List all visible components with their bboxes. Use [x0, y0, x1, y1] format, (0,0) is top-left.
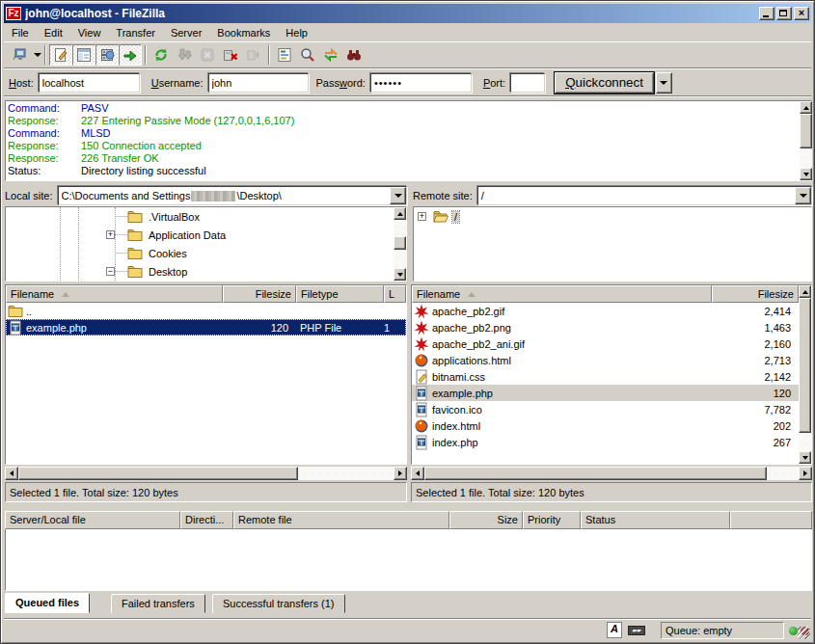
folder-icon	[127, 246, 143, 261]
synchronized-browsing-button[interactable]	[319, 44, 342, 66]
column-header-priority[interactable]: Priority	[523, 511, 581, 529]
remote-tree-icon	[99, 47, 115, 63]
transfer-type-ascii-icon[interactable]: A	[607, 622, 622, 638]
column-header-direction[interactable]: Directi...	[180, 511, 233, 529]
scroll-up-button[interactable]	[799, 285, 811, 298]
scrollbar-thumb[interactable]	[800, 114, 812, 148]
toggle-local-tree-button[interactable]	[72, 44, 95, 66]
close-button[interactable]: ×	[794, 7, 809, 20]
scrollbar-thumb[interactable]	[424, 467, 767, 480]
local-site-combobox[interactable]: C:\Documents and Settings\Desktop\	[58, 186, 407, 205]
column-header-status[interactable]: Status	[581, 511, 730, 529]
password-input[interactable]	[370, 73, 472, 93]
toggle-remote-tree-button[interactable]	[95, 44, 119, 66]
scroll-right-button[interactable]	[394, 467, 407, 480]
menu-edit[interactable]: Edit	[37, 25, 70, 40]
minimize-button[interactable]	[759, 7, 774, 20]
log-scrollbar[interactable]	[800, 101, 812, 180]
remote-site-combobox[interactable]: /	[477, 186, 812, 205]
scroll-right-button[interactable]	[799, 467, 812, 480]
file-row[interactable]: favicon.ico 7,782	[412, 401, 799, 417]
reconnect-button[interactable]	[242, 44, 265, 66]
menu-help[interactable]: Help	[278, 25, 315, 40]
column-header-remote-file[interactable]: Remote file	[233, 511, 449, 529]
file-row[interactable]: apache_pb2.png 1,463	[412, 319, 799, 335]
column-header-last-modified[interactable]: L	[384, 285, 406, 303]
collapse-icon[interactable]: −	[106, 267, 115, 276]
port-input[interactable]	[510, 73, 545, 93]
menu-server[interactable]: Server	[163, 25, 209, 40]
scroll-down-button[interactable]	[394, 268, 406, 281]
scroll-up-button[interactable]	[394, 207, 406, 220]
expand-icon[interactable]: +	[106, 230, 115, 239]
local-list-hscrollbar[interactable]	[5, 467, 407, 480]
scroll-left-button[interactable]	[411, 467, 424, 480]
file-row-example-php-selected[interactable]: example.php 120	[412, 385, 799, 401]
maximize-button[interactable]	[776, 7, 792, 20]
window-title: john@localhost - FileZilla	[25, 7, 757, 20]
local-file-list: Filename Filesize Filetype L .. example.…	[5, 284, 407, 465]
tree-item-application-data[interactable]: + Application Data	[6, 226, 406, 244]
tab-failed-transfers[interactable]: Failed transfers	[111, 594, 205, 613]
local-tree-scrollbar[interactable]	[394, 207, 406, 281]
tree-item-desktop[interactable]: − Desktop	[6, 262, 406, 281]
column-header-filetype[interactable]: Filetype	[296, 285, 384, 303]
column-header-filename[interactable]: Filename	[6, 285, 223, 303]
process-queue-button[interactable]	[173, 44, 196, 66]
scrollbar-thumb[interactable]	[799, 298, 811, 433]
folder-icon	[127, 228, 143, 243]
expand-icon[interactable]: +	[418, 212, 426, 221]
toggle-queue-button[interactable]	[119, 44, 142, 66]
file-row-example-php-selected[interactable]: example.php 120 PHP File 1	[6, 319, 406, 335]
tree-item-virtualbox[interactable]: .VirtualBox	[6, 207, 406, 226]
file-row[interactable]: bitnami.css 2,142	[412, 368, 799, 385]
file-row[interactable]: applications.html 2,713	[412, 352, 799, 368]
scrollbar-thumb[interactable]	[394, 236, 406, 250]
column-header-size[interactable]: Size	[449, 511, 523, 529]
host-input[interactable]	[39, 73, 140, 93]
quickconnect-button[interactable]: Quickconnect	[555, 72, 654, 94]
scrollbar-thumb[interactable]	[18, 467, 298, 480]
menu-bookmarks[interactable]: Bookmarks	[209, 25, 278, 40]
tab-successful-transfers[interactable]: Successful transfers (1)	[212, 594, 345, 613]
file-row[interactable]: index.html 202	[412, 417, 799, 434]
find-files-button[interactable]	[342, 44, 366, 66]
column-header-filename[interactable]: Filename	[412, 285, 712, 303]
file-row-parent-dir[interactable]: ..	[6, 303, 406, 319]
menu-view[interactable]: View	[70, 25, 109, 40]
quickconnect-dropdown-button[interactable]	[656, 72, 672, 94]
toggle-message-log-button[interactable]	[49, 44, 72, 66]
file-row[interactable]: index.php 267	[412, 434, 799, 450]
file-row[interactable]: apache_pb2_ani.gif 2,160	[412, 335, 799, 352]
column-header-filesize[interactable]: Filesize	[223, 285, 296, 303]
tree-item-root[interactable]: + /	[414, 207, 811, 226]
scroll-down-button[interactable]	[800, 168, 812, 180]
column-header-filesize[interactable]: Filesize	[712, 285, 799, 303]
remote-site-dropdown[interactable]	[795, 187, 811, 204]
file-row[interactable]: apache_pb2.gif 2,414	[412, 303, 799, 319]
scroll-down-button[interactable]	[799, 451, 811, 464]
remote-list-scrollbar[interactable]	[799, 285, 811, 464]
menu-transfer[interactable]: Transfer	[108, 25, 163, 40]
tab-queued-files[interactable]: Queued files	[5, 593, 90, 613]
username-input[interactable]	[208, 73, 309, 93]
remote-list-hscrollbar[interactable]	[411, 467, 812, 480]
scroll-up-button[interactable]	[800, 101, 812, 114]
column-header-server-local-file[interactable]: Server/Local file	[5, 511, 180, 529]
directory-filters-button[interactable]	[273, 44, 296, 66]
speed-limit-icon[interactable]: ▰▰	[628, 626, 645, 635]
scroll-left-button[interactable]	[5, 467, 18, 480]
site-manager-dropdown-icon[interactable]	[34, 53, 41, 57]
cancel-operation-button[interactable]	[196, 44, 219, 66]
queue-list[interactable]	[5, 529, 812, 591]
tree-item-cookies[interactable]: Cookies	[6, 244, 406, 262]
site-manager-button[interactable]	[8, 44, 31, 66]
disconnect-button[interactable]	[219, 44, 242, 66]
remote-root-label[interactable]: /	[452, 211, 459, 223]
queue-icon	[122, 47, 138, 63]
directory-comparison-button[interactable]	[296, 44, 319, 66]
resize-grip[interactable]	[798, 627, 810, 639]
menu-file[interactable]: File	[4, 25, 37, 40]
refresh-button[interactable]	[149, 44, 173, 66]
local-site-dropdown[interactable]	[390, 187, 406, 204]
